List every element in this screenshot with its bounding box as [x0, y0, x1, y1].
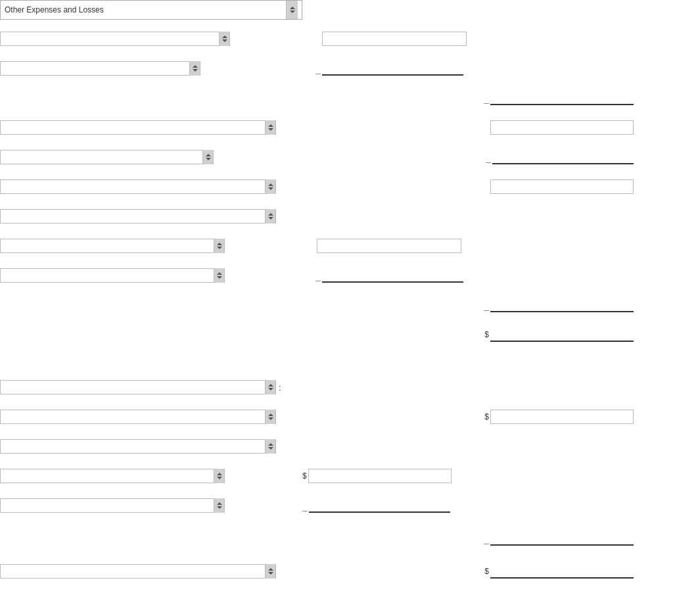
row16-spinner[interactable]	[0, 498, 225, 513]
row13-dollar-input[interactable]	[490, 410, 634, 424]
row6	[0, 179, 673, 194]
row14-spinner-input[interactable]	[1, 442, 265, 450]
row18: $	[0, 564, 673, 579]
row9-mid-input[interactable]	[322, 268, 463, 283]
row2-spinner-input[interactable]	[1, 64, 189, 72]
row9-spinner[interactable]	[0, 268, 225, 283]
row8-spinner-arrows[interactable]	[214, 239, 224, 253]
row6-down-icon	[268, 187, 273, 190]
row15-up-icon	[217, 473, 222, 475]
row9-up-icon	[217, 272, 222, 275]
row3-right: _	[484, 91, 634, 105]
row4-up-icon	[268, 124, 273, 127]
row6-spinner[interactable]	[0, 179, 276, 194]
row1-spinner[interactable]	[0, 32, 230, 46]
row1-spinner-input[interactable]	[1, 35, 219, 43]
row13-dollar-sign: $	[484, 412, 489, 421]
row15-spinner-arrows[interactable]	[214, 469, 224, 483]
row9-underscore-prefix: _	[315, 272, 321, 283]
row5-right-input[interactable]	[492, 150, 634, 164]
row8-spinner[interactable]	[0, 239, 225, 253]
row5-underscore-prefix: _	[486, 153, 491, 164]
row18-up-icon	[268, 568, 273, 571]
row14-up-icon	[268, 443, 273, 446]
row9: _	[0, 268, 463, 283]
row18-spinner-input[interactable]	[1, 567, 265, 575]
row8-spinner-input[interactable]	[1, 242, 214, 250]
row1-spinner-arrows[interactable]	[219, 32, 229, 46]
row13-spinner[interactable]	[0, 410, 276, 424]
row12-spinner-input[interactable]	[1, 383, 265, 391]
row15-dollar-sign: $	[302, 471, 307, 481]
header-spinner-down-icon	[290, 11, 295, 13]
header-title-box: Other Expenses and Losses	[0, 0, 302, 20]
row8-up-icon	[217, 243, 222, 245]
row7-spinner-input[interactable]	[1, 212, 265, 220]
row13-down-icon	[268, 417, 273, 420]
row1-down-icon	[222, 39, 227, 42]
row14-spinner-arrows[interactable]	[265, 439, 275, 454]
row2-spinner[interactable]	[0, 61, 200, 76]
row4-spinner-input[interactable]	[1, 124, 265, 131]
row18-spinner-arrows[interactable]	[265, 564, 275, 579]
row5-up-icon	[206, 154, 211, 156]
row8-mid-input[interactable]	[317, 239, 461, 253]
row10-right: _	[484, 298, 634, 312]
row6-spinner-input[interactable]	[1, 183, 265, 191]
row18-dollar-sign: $	[484, 567, 489, 576]
row2-spinner-arrows[interactable]	[189, 61, 200, 76]
row15-down-icon	[217, 477, 222, 479]
row7-spinner[interactable]	[0, 209, 276, 224]
row6-spinner-arrows[interactable]	[265, 179, 275, 194]
row6-right-input[interactable]	[490, 179, 634, 194]
row18-dollar-input[interactable]	[490, 564, 634, 579]
row17-underscore-prefix: _	[484, 534, 489, 546]
row13-spinner-arrows[interactable]	[265, 410, 275, 424]
row17-right-input[interactable]	[490, 531, 634, 546]
row2-down-icon	[193, 69, 198, 72]
row18-down-icon	[268, 572, 273, 575]
row7-spinner-arrows[interactable]	[265, 209, 275, 224]
row9-down-icon	[217, 276, 222, 279]
row4-spinner[interactable]	[0, 120, 276, 135]
row6-up-icon	[268, 183, 273, 186]
row16: _	[0, 498, 450, 513]
row4-right-input[interactable]	[490, 120, 634, 135]
row2-underscore-prefix: _	[315, 64, 321, 76]
row16-up-icon	[217, 502, 222, 505]
row5-spinner-arrows[interactable]	[202, 150, 213, 164]
row5-spinner-input[interactable]	[1, 153, 202, 161]
row1-mid-input[interactable]	[322, 32, 467, 46]
row11-dollar-input[interactable]	[490, 327, 634, 342]
row9-spinner-arrows[interactable]	[214, 268, 224, 283]
row12-spinner[interactable]	[0, 380, 276, 394]
row14-spinner[interactable]	[0, 439, 276, 454]
row15-dollar-input[interactable]	[308, 469, 452, 483]
header-title-text: Other Expenses and Losses	[5, 5, 286, 14]
row15-spinner-input[interactable]	[1, 472, 214, 480]
row9-spinner-input[interactable]	[1, 272, 214, 279]
row7-up-icon	[268, 213, 273, 216]
row12: :	[0, 380, 281, 394]
row15-spinner[interactable]	[0, 469, 225, 483]
row16-mid-input[interactable]	[309, 498, 450, 513]
row5-spinner[interactable]	[0, 150, 214, 164]
header-spinner[interactable]	[286, 1, 298, 19]
row18-spinner[interactable]	[0, 564, 276, 579]
row16-spinner-arrows[interactable]	[214, 498, 224, 513]
row1	[0, 32, 467, 46]
row12-spinner-arrows[interactable]	[265, 380, 275, 394]
row13-spinner-input[interactable]	[1, 413, 265, 421]
row8	[0, 239, 461, 253]
row17-right: _	[484, 531, 634, 546]
row14-down-icon	[268, 447, 273, 450]
row16-spinner-input[interactable]	[1, 502, 214, 509]
row3-right-input[interactable]	[490, 91, 634, 105]
row2-mid-input[interactable]	[322, 61, 463, 76]
row1-up-icon	[222, 36, 227, 38]
row10-right-input[interactable]	[490, 298, 634, 312]
row5-down-icon	[206, 158, 211, 160]
row13: $	[0, 410, 673, 424]
row4	[0, 120, 673, 135]
row4-spinner-arrows[interactable]	[265, 120, 275, 135]
